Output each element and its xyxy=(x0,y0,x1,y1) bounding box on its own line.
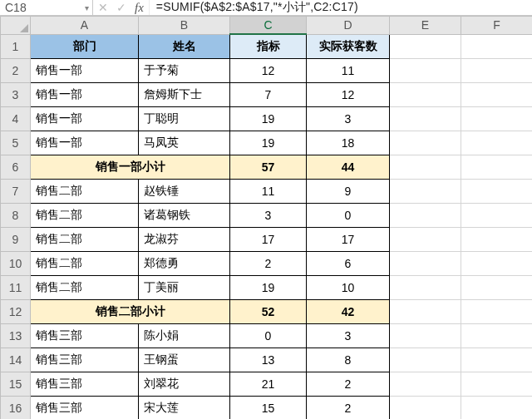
row-header[interactable]: 3 xyxy=(1,82,31,106)
cell[interactable] xyxy=(390,106,461,131)
spreadsheet-grid[interactable]: A B C D E F 1 部门 姓名 指标 实际获客数 xyxy=(0,16,532,419)
cell[interactable]: 11 xyxy=(307,58,390,82)
cell[interactable]: 12 xyxy=(230,58,307,82)
cell[interactable] xyxy=(390,372,461,396)
cell[interactable] xyxy=(461,275,533,299)
cell[interactable]: 11 xyxy=(230,179,307,203)
cell[interactable]: 部门 xyxy=(31,34,139,58)
row-header[interactable]: 4 xyxy=(1,106,31,131)
row-header[interactable]: 15 xyxy=(1,372,31,396)
fx-icon[interactable]: fx xyxy=(135,1,144,15)
row-header[interactable]: 2 xyxy=(1,58,31,82)
row-header[interactable]: 1 xyxy=(1,34,31,58)
select-all-corner[interactable] xyxy=(1,17,31,35)
cell[interactable]: 销售一部 xyxy=(31,131,139,155)
cell[interactable]: 42 xyxy=(307,299,390,323)
cell[interactable]: 7 xyxy=(230,82,307,106)
cell[interactable]: 刘翠花 xyxy=(139,372,230,396)
cell[interactable]: 丁美丽 xyxy=(139,275,230,299)
cell[interactable] xyxy=(461,348,533,372)
cell[interactable]: 17 xyxy=(307,227,390,251)
cell[interactable]: 陈小娟 xyxy=(139,323,230,348)
cell[interactable]: 52 xyxy=(230,299,307,323)
cell[interactable] xyxy=(461,131,533,155)
cell[interactable]: 销售三部 xyxy=(31,323,139,348)
cell[interactable]: 2 xyxy=(307,396,390,419)
col-header-A[interactable]: A xyxy=(31,17,139,35)
cell[interactable] xyxy=(461,323,533,348)
row-header[interactable]: 13 xyxy=(1,323,31,348)
cell[interactable] xyxy=(390,155,461,179)
cell[interactable] xyxy=(461,58,533,82)
cell[interactable]: 3 xyxy=(307,323,390,348)
col-header-E[interactable]: E xyxy=(390,17,461,35)
cell[interactable] xyxy=(461,34,533,58)
row-header[interactable]: 8 xyxy=(1,203,31,227)
row-header[interactable]: 10 xyxy=(1,251,31,275)
cell[interactable] xyxy=(461,227,533,251)
cell[interactable]: 3 xyxy=(307,106,390,131)
cell[interactable] xyxy=(461,396,533,419)
cell[interactable]: 销售二部 xyxy=(31,275,139,299)
cell[interactable]: 赵铁锤 xyxy=(139,179,230,203)
cell[interactable]: 马凤英 xyxy=(139,131,230,155)
cell-subtotal-label[interactable]: 销售一部小计 xyxy=(31,155,230,179)
cell[interactable] xyxy=(390,299,461,323)
cell[interactable]: 8 xyxy=(307,348,390,372)
cell[interactable]: 15 xyxy=(230,396,307,419)
cell[interactable]: 19 xyxy=(230,131,307,155)
cell[interactable]: 21 xyxy=(230,372,307,396)
chevron-down-icon[interactable]: ▾ xyxy=(85,3,89,12)
cell[interactable] xyxy=(390,275,461,299)
cell[interactable] xyxy=(461,299,533,323)
cell[interactable] xyxy=(461,82,533,106)
cell[interactable]: 销售二部 xyxy=(31,251,139,275)
col-header-D[interactable]: D xyxy=(307,17,390,35)
row-header[interactable]: 11 xyxy=(1,275,31,299)
cell[interactable]: 销售三部 xyxy=(31,396,139,419)
col-header-C[interactable]: C xyxy=(230,17,307,35)
cell[interactable]: 13 xyxy=(230,348,307,372)
cell[interactable]: 19 xyxy=(230,275,307,299)
cell[interactable]: 于予菊 xyxy=(139,58,230,82)
cell[interactable]: 诸葛钢铁 xyxy=(139,203,230,227)
cell[interactable]: 宋大莲 xyxy=(139,396,230,419)
cell[interactable] xyxy=(390,179,461,203)
cell[interactable]: 12 xyxy=(307,82,390,106)
cell[interactable]: 销售一部 xyxy=(31,58,139,82)
cell[interactable] xyxy=(390,34,461,58)
row-header[interactable]: 9 xyxy=(1,227,31,251)
cell[interactable]: 销售二部 xyxy=(31,227,139,251)
cell[interactable]: 郑德勇 xyxy=(139,251,230,275)
cell[interactable]: 0 xyxy=(307,203,390,227)
cell[interactable]: 销售一部 xyxy=(31,106,139,131)
cell[interactable] xyxy=(390,396,461,419)
cell[interactable]: 10 xyxy=(307,275,390,299)
cell[interactable]: 实际获客数 xyxy=(307,34,390,58)
name-box[interactable]: C18 ▾ xyxy=(0,0,93,15)
cell[interactable]: 指标 xyxy=(230,34,307,58)
cell[interactable]: 销售一部 xyxy=(31,82,139,106)
cell[interactable] xyxy=(461,155,533,179)
cell[interactable]: 18 xyxy=(307,131,390,155)
confirm-icon[interactable]: ✓ xyxy=(116,1,126,14)
cell[interactable] xyxy=(390,251,461,275)
cell[interactable] xyxy=(390,58,461,82)
cell[interactable]: 0 xyxy=(230,323,307,348)
cell[interactable] xyxy=(390,323,461,348)
cell[interactable] xyxy=(390,227,461,251)
cell[interactable] xyxy=(390,203,461,227)
cell[interactable]: 2 xyxy=(307,372,390,396)
cell[interactable]: 17 xyxy=(230,227,307,251)
cell[interactable] xyxy=(461,203,533,227)
row-header[interactable]: 6 xyxy=(1,155,31,179)
cell-subtotal-label[interactable]: 销售二部小计 xyxy=(31,299,230,323)
cell[interactable] xyxy=(390,348,461,372)
cell[interactable]: 丁聪明 xyxy=(139,106,230,131)
cell[interactable]: 龙淑芬 xyxy=(139,227,230,251)
cell[interactable] xyxy=(461,106,533,131)
cell[interactable]: 王钢蛋 xyxy=(139,348,230,372)
cell[interactable]: 销售二部 xyxy=(31,203,139,227)
cell[interactable]: 6 xyxy=(307,251,390,275)
cell[interactable]: 44 xyxy=(307,155,390,179)
